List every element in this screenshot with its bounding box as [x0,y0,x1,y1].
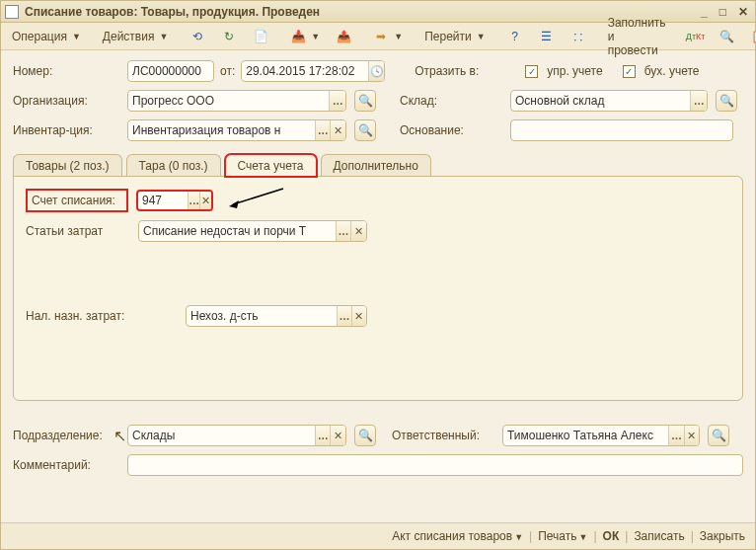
tax-cost-label: Нал. назн. затрат: [26,309,180,323]
org-input[interactable] [128,91,329,111]
tab-accounts[interactable]: Счета учета [225,154,317,177]
checkbox-buh[interactable]: ✓ [623,65,636,78]
warehouse-input[interactable] [511,91,690,111]
writeoff-account-select-button[interactable]: … [188,191,199,210]
writeoff-account-clear-button[interactable]: ✕ [199,191,211,210]
tax-cost-clear-button[interactable]: ✕ [351,306,366,326]
post-icon[interactable]: ⟲ [183,26,212,47]
inventory-select-button[interactable]: … [315,120,331,140]
number-label: Номер: [13,64,121,78]
minimize-button[interactable]: _ [698,5,711,19]
comment-input[interactable] [128,455,742,475]
status-sep: | [691,529,694,543]
search-icon[interactable]: 🔍 [713,26,742,47]
warehouse-select-button[interactable]: … [690,91,707,111]
tab-tara[interactable]: Тара (0 поз.) [126,154,221,177]
responsible-select-button[interactable]: … [668,426,683,445]
fill-icon[interactable]: 📥▼ [283,26,327,47]
print-link[interactable]: Печать▼ [538,529,587,543]
status-sep: | [593,529,596,543]
division-select-button[interactable]: … [315,426,331,445]
writeoff-account-input[interactable] [138,192,188,209]
nav-icon[interactable]: ➡▼ [366,26,410,47]
window-buttons: _ □ ✕ [698,5,751,19]
cost-items-clear-button[interactable]: ✕ [350,221,366,241]
basis-input[interactable] [511,120,732,140]
tax-cost-field[interactable]: … ✕ [186,305,367,327]
svg-line-0 [233,189,283,204]
tab-extra[interactable]: Дополнительно [321,154,431,177]
org-label: Организация: [13,94,121,108]
tab-panel-accounts: Счет списания: … ✕ Статьи затрат … ✕ [13,176,743,401]
row-inventory: Инвентар-ция: … ✕ 🔍 Основание: [13,119,743,141]
date-picker-button[interactable]: 🕓 [368,61,384,81]
responsible-open-button[interactable]: 🔍 [708,425,729,446]
responsible-field[interactable]: … ✕ [502,425,700,446]
goto-label: Перейти [424,30,472,43]
number-input[interactable] [128,61,213,81]
svg-marker-1 [229,200,239,208]
warehouse-open-button[interactable]: 🔍 [716,90,737,112]
division-input[interactable] [128,426,315,445]
responsible-clear-button[interactable]: ✕ [684,426,699,445]
tax-cost-input[interactable] [187,306,337,326]
row-tax-cost: Нал. назн. затрат: … ✕ [26,305,730,327]
close-button[interactable]: ✕ [735,5,751,19]
basis-label: Основание: [400,123,504,137]
doc-icon[interactable]: 📄 [246,26,275,47]
date-label: от: [220,64,235,78]
upr-label: упр. учете [547,64,602,78]
status-sep: | [529,529,532,543]
inventory-label: Инвентар-ция: [13,123,121,137]
comment-field[interactable] [127,454,743,476]
close-link[interactable]: Закрыть [700,529,745,543]
checkbox-upr[interactable]: ✓ [525,65,538,78]
number-field[interactable] [127,60,214,82]
inventory-open-button[interactable]: 🔍 [354,119,376,141]
report-icon[interactable]: 📋 [744,26,756,47]
inventory-field[interactable]: … ✕ [127,119,346,141]
help-icon[interactable]: ? [500,26,530,47]
writeoff-account-field[interactable]: … ✕ [136,190,213,211]
org-select-button[interactable]: … [329,91,345,111]
inventory-clear-button[interactable]: ✕ [330,120,345,140]
basis-field[interactable] [510,119,733,141]
actions-menu[interactable]: Действия▼ [96,26,176,47]
list-icon[interactable]: ☰ [532,26,562,47]
refresh-icon[interactable]: ↻ [214,26,244,47]
dtkt-icon[interactable]: ДтКт [681,26,711,47]
ok-button[interactable]: ОК [603,529,620,543]
date-input[interactable] [242,61,368,81]
responsible-input[interactable] [503,426,668,445]
row-division: Подразделение: … ✕ 🔍 Ответственный: … ✕ … [13,425,743,446]
goto-menu[interactable]: Перейти▼ [417,26,491,47]
tabstrip: Товары (2 поз.) Тара (0 поз.) Счета учет… [13,153,743,176]
annotation-arrow [229,187,288,213]
tax-cost-select-button[interactable]: … [337,306,351,326]
maximize-button[interactable]: □ [717,5,729,19]
cost-items-input[interactable] [139,221,336,241]
division-clear-button[interactable]: ✕ [330,426,345,445]
cost-items-select-button[interactable]: … [336,221,351,241]
act-link[interactable]: Акт списания товаров▼ [392,529,523,543]
division-open-button[interactable]: 🔍 [354,425,376,446]
operation-menu[interactable]: Операция▼ [5,26,88,47]
operation-label: Операция [12,30,67,43]
org-field[interactable]: … [127,90,346,112]
tab-goods[interactable]: Товары (2 поз.) [13,154,122,177]
export-icon[interactable]: 📤 [329,26,358,47]
cost-items-label: Статьи затрат [26,224,132,238]
window-title: Списание товаров: Товары, продукция. Про… [25,5,698,19]
save-button[interactable]: Записать [634,529,684,543]
inventory-input[interactable] [128,120,315,140]
status-bar: Акт списания товаров▼ | Печать▼ | ОК | З… [1,522,755,549]
tree-icon[interactable]: ⸬ [564,26,593,47]
fill-and-post-button[interactable]: Заполнить и провести [601,26,673,47]
cost-items-field[interactable]: … ✕ [138,220,367,242]
act-label: Акт списания товаров [392,529,512,543]
warehouse-field[interactable]: … [510,90,708,112]
date-field[interactable]: 🕓 [241,60,385,82]
reflect-label: Отразить в: [415,64,519,78]
division-field[interactable]: … ✕ [127,425,346,446]
org-open-button[interactable]: 🔍 [354,90,376,112]
